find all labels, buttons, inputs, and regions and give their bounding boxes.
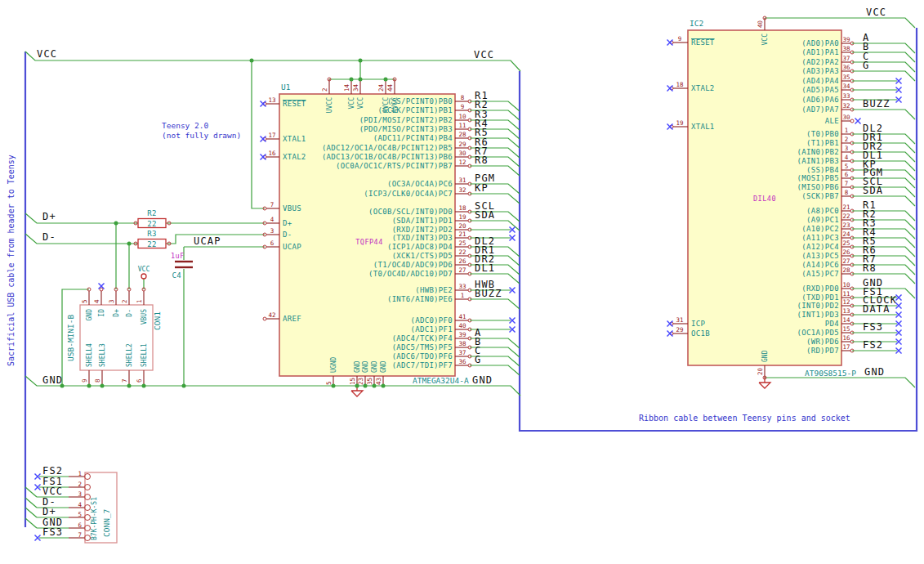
pin-number: 9 xyxy=(461,103,465,110)
pin-name: (A13)PC5 xyxy=(801,252,839,260)
pin-name: (AD1)PA1 xyxy=(801,48,839,56)
pin-number: 18 xyxy=(676,81,684,88)
pin-name: (INT0)PD2 xyxy=(797,302,839,310)
pin-number: 21 xyxy=(458,231,466,238)
pin-number: 36 xyxy=(842,64,850,71)
pin-number: 38 xyxy=(458,340,466,347)
pin-name: GND xyxy=(362,360,369,373)
pin-number: 33 xyxy=(842,92,850,100)
pin-tip xyxy=(263,317,266,320)
wire xyxy=(470,299,520,309)
note-teensy-line1: Teensy 2.0 xyxy=(162,121,241,131)
pin-number: 30 xyxy=(458,150,466,157)
pin-number: 28 xyxy=(458,131,466,138)
pin-name: UVCC xyxy=(326,97,333,113)
net-label-GND: GND xyxy=(864,366,885,378)
pin-number: 20 xyxy=(458,222,466,230)
pin-name: AREF xyxy=(283,315,301,323)
net-label-G: G xyxy=(475,354,481,365)
caption-sacrificial-usb-cable: Sacrificial USB cable from header to Tee… xyxy=(7,154,16,366)
pin-number: 6 xyxy=(78,521,82,529)
wire xyxy=(852,110,915,119)
wire xyxy=(852,161,915,171)
net-label-VCC: VCC xyxy=(42,486,63,497)
pin-name: GND xyxy=(86,309,93,321)
wire xyxy=(852,187,915,197)
junction-dot xyxy=(142,384,146,388)
pin-number: 37 xyxy=(458,349,466,356)
pin-name: VCC xyxy=(357,97,364,110)
pin-number: 40 xyxy=(458,322,466,329)
pin-number: 1 xyxy=(845,127,849,134)
pin-number: 14 xyxy=(842,316,850,324)
bus-entry xyxy=(25,518,37,528)
ic-value: AT90S8515-P xyxy=(805,369,856,378)
schematic-svg: U1ATMEGA32U4-ATQFP448(SS/PCINT0)PB0R19(S… xyxy=(0,0,924,564)
pin-number: 5 xyxy=(325,381,333,385)
pin-name: AVCC xyxy=(391,97,399,113)
pin-number: 18 xyxy=(458,204,466,212)
pin-name: (ADC4/TCK)PF4 xyxy=(392,334,453,342)
pin-number: 21 xyxy=(842,204,850,211)
pin-name: (OC3A/OC4A)PC6 xyxy=(387,180,453,188)
pin-number: 17 xyxy=(268,132,275,139)
pin-number: 22 xyxy=(842,213,850,220)
pin-name: (AD5)PA5 xyxy=(801,86,839,94)
wire xyxy=(852,238,915,248)
pin-number: 6 xyxy=(270,239,275,247)
pin-number: 28 xyxy=(842,266,850,274)
pin-number: 40 xyxy=(757,20,764,28)
bus-entry xyxy=(25,498,37,508)
pin-number: 9 xyxy=(81,378,88,383)
wire xyxy=(765,378,915,387)
pin-name: RESET xyxy=(691,38,715,47)
pin-name: (ADC5/TMS)PF5 xyxy=(392,343,453,351)
wire xyxy=(852,220,915,230)
pin-number: 44 xyxy=(386,83,394,92)
pin-number: 5 xyxy=(81,299,88,303)
wire xyxy=(852,178,915,188)
pin-name: XTAL1 xyxy=(691,123,715,131)
pin-name: (A14)PC6 xyxy=(801,261,839,269)
wire xyxy=(852,43,915,53)
pin-number: 7 xyxy=(78,531,82,539)
wire xyxy=(852,229,915,239)
pin-number: 8 xyxy=(94,378,101,383)
pin-name: (AD6)PA6 xyxy=(801,96,839,104)
usb-connector-name: USB-MINI-B xyxy=(66,315,75,361)
pin-name: (T0)PB0 xyxy=(806,130,839,138)
pin-number: 27 xyxy=(842,257,850,265)
bus-entry xyxy=(25,487,37,497)
pin-name: (ADC13/OC1B/OC4B/PCINT13)PB6 xyxy=(322,153,453,161)
pin-name: (AD7)PA7 xyxy=(801,105,839,114)
wire xyxy=(852,196,915,206)
net-label-FS2: FS2 xyxy=(42,465,63,477)
resistor-value: 22 xyxy=(147,240,156,248)
pin-name: ICP xyxy=(691,320,705,328)
pin-name: (XCK1/CTS)PD5 xyxy=(392,252,453,260)
header-connector-body xyxy=(85,472,117,543)
net-label-VCC: VCC xyxy=(866,7,886,18)
net-label-BUZZ: BUZZ xyxy=(863,98,891,110)
pin-name: OC1B xyxy=(691,329,710,338)
pin-name: (A10)PC2 xyxy=(801,225,839,233)
pin-name: RESET xyxy=(283,100,306,108)
pin-name: (PDO/MISO/PCINT3)PB3 xyxy=(359,125,453,133)
pin-name: (AIN0)PB2 xyxy=(797,148,839,156)
pin-name: (SCK)PB7 xyxy=(801,192,839,200)
net-label-D-: D- xyxy=(42,231,56,243)
pin-name: (ADC0)PF0 xyxy=(411,316,453,325)
net-label-D+: D+ xyxy=(42,506,56,517)
pin-name: SHELL4 xyxy=(86,343,93,367)
wire xyxy=(852,62,915,72)
pin-tip xyxy=(100,288,103,291)
pin-number: 4 xyxy=(93,299,100,303)
pin-name: (RXD/INT2)PD2 xyxy=(392,226,453,234)
junction-dot xyxy=(382,384,386,388)
pin-number: 9 xyxy=(678,35,682,43)
wire xyxy=(852,134,915,144)
pin-number: 24 xyxy=(377,83,385,92)
pin-number: 11 xyxy=(458,122,466,129)
pin-number: 7 xyxy=(270,201,275,208)
pin-number: 15 xyxy=(349,378,356,385)
